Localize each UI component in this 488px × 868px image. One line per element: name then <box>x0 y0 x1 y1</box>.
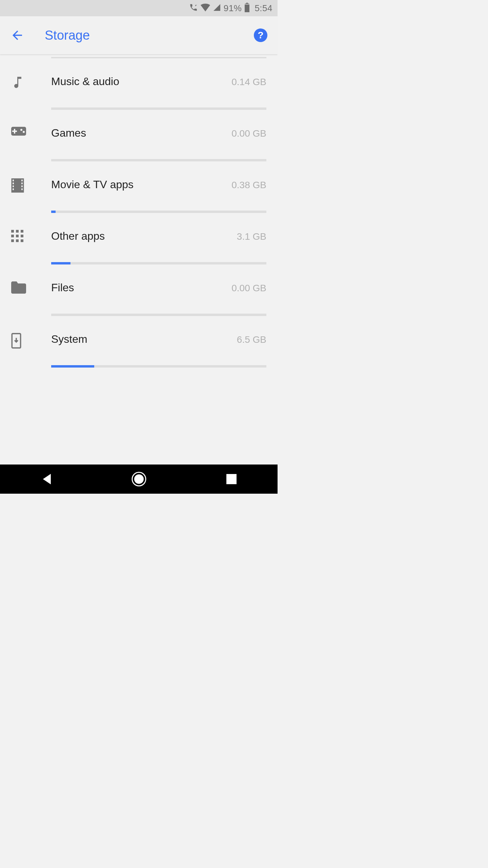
storage-bar <box>51 314 266 316</box>
battery-icon <box>244 3 250 14</box>
svg-rect-16 <box>21 189 23 190</box>
svg-rect-20 <box>11 235 14 237</box>
gamepad-icon <box>11 127 51 161</box>
svg-rect-10 <box>13 182 14 184</box>
svg-rect-29 <box>226 474 237 484</box>
category-label: System <box>51 333 87 346</box>
folder-icon <box>11 281 51 316</box>
category-value: 0.00 GB <box>231 283 266 294</box>
svg-rect-25 <box>21 239 23 242</box>
svg-rect-17 <box>11 230 14 233</box>
storage-bar-fill <box>51 262 70 264</box>
category-value: 0.14 GB <box>231 77 266 87</box>
svg-rect-21 <box>16 235 19 237</box>
storage-bar <box>51 107 266 110</box>
battery-percent: 91% <box>224 3 242 14</box>
category-value: 3.1 GB <box>237 231 266 242</box>
svg-point-28 <box>134 474 144 484</box>
nav-home-button[interactable] <box>119 472 159 487</box>
category-movie-tv[interactable]: Movie & TV apps 0.38 GB <box>0 161 278 213</box>
category-value: 0.38 GB <box>231 180 266 191</box>
wifi-icon <box>201 3 210 13</box>
nav-back-button[interactable] <box>26 473 67 485</box>
category-music-audio[interactable]: Music & audio 0.14 GB <box>0 58 278 110</box>
svg-rect-12 <box>13 189 14 190</box>
svg-rect-13 <box>21 180 23 181</box>
help-icon: ? <box>258 30 263 41</box>
svg-rect-23 <box>11 239 14 242</box>
music-note-icon <box>11 75 51 110</box>
svg-rect-11 <box>13 185 14 187</box>
category-system[interactable]: System 6.5 GB <box>0 316 278 368</box>
apps-grid-icon <box>11 230 51 264</box>
category-label: Other apps <box>51 230 105 242</box>
category-label: Games <box>51 127 86 139</box>
svg-point-7 <box>23 131 25 133</box>
svg-rect-2 <box>245 4 249 5</box>
app-bar: Storage ? <box>0 16 278 54</box>
svg-rect-9 <box>13 180 14 181</box>
svg-rect-5 <box>12 131 17 132</box>
svg-rect-14 <box>21 182 23 184</box>
storage-bar-fill <box>51 211 56 213</box>
svg-rect-19 <box>21 230 23 233</box>
svg-rect-18 <box>16 230 19 233</box>
navigation-bar <box>0 465 278 494</box>
storage-bar-fill <box>51 365 94 368</box>
cellular-signal-icon <box>213 3 221 13</box>
storage-bar <box>51 365 266 368</box>
nav-recent-button[interactable] <box>211 474 252 484</box>
category-games[interactable]: Games 0.00 GB <box>0 110 278 161</box>
status-bar: 91% 5:54 <box>0 0 278 16</box>
svg-rect-0 <box>245 5 249 12</box>
page-title: Storage <box>45 28 90 43</box>
svg-rect-24 <box>16 239 19 242</box>
help-button[interactable]: ? <box>254 28 267 42</box>
category-label: Music & audio <box>51 75 119 88</box>
back-button[interactable] <box>10 28 24 42</box>
category-label: Movie & TV apps <box>51 178 134 191</box>
category-files[interactable]: Files 0.00 GB <box>0 264 278 316</box>
svg-rect-22 <box>21 235 23 237</box>
storage-bar <box>51 262 266 264</box>
svg-rect-1 <box>246 3 248 4</box>
storage-categories-list: Music & audio 0.14 GB Games 0.00 GB <box>0 54 278 368</box>
svg-rect-15 <box>21 185 23 187</box>
svg-point-6 <box>20 129 22 131</box>
category-value: 0.00 GB <box>231 128 266 139</box>
category-value: 6.5 GB <box>237 334 266 345</box>
clock-time: 5:54 <box>255 3 272 14</box>
phone-call-icon <box>189 3 198 13</box>
category-label: Files <box>51 281 74 294</box>
storage-bar <box>51 211 266 213</box>
movie-icon <box>11 178 51 213</box>
category-other-apps[interactable]: Other apps 3.1 GB <box>0 213 278 264</box>
storage-bar <box>51 159 266 161</box>
system-update-icon <box>11 333 51 368</box>
